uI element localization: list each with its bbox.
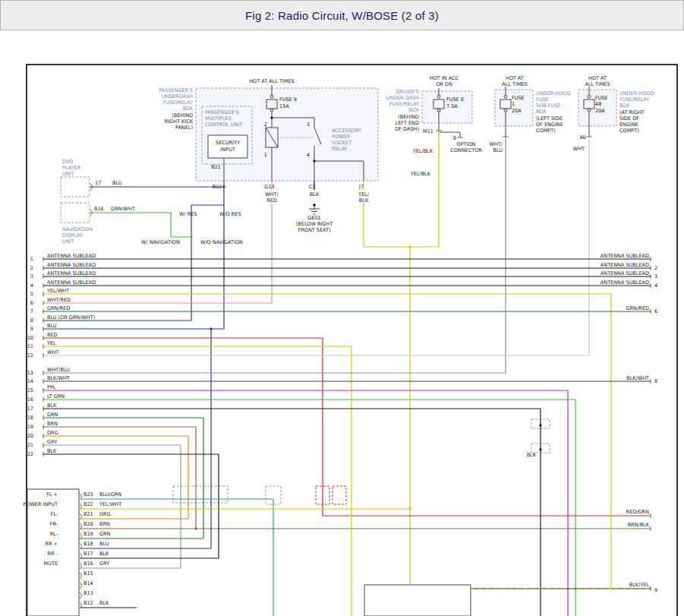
pin-b21: B21: [211, 164, 221, 170]
wire-whtred-1: WHT/: [265, 191, 279, 197]
multiplex-2: MULTIPLEX: [205, 115, 232, 122]
pass-underdash-6: RIGHT KICK: [165, 118, 194, 125]
fuse1-num: 1: [512, 101, 515, 107]
hot-at-3a: HOT AT: [588, 75, 607, 81]
row-label: WHT/BLU: [47, 367, 70, 373]
pass-underdash-4: BOX: [183, 106, 194, 112]
underhood-sub-3: SUB-FUSE: [536, 103, 560, 109]
wire-whtblu-2: BLU: [493, 147, 503, 153]
underhood-sub-6: OF ENGINE: [536, 122, 563, 128]
fuse1-amps: 20A: [512, 108, 522, 114]
conn-m11: M11: [423, 128, 433, 134]
row-label: ORG: [47, 430, 58, 436]
row-right-label: GRN/RED: [626, 305, 649, 311]
conn-j7: J7: [358, 184, 364, 190]
nav-1: NAVIGATION: [62, 226, 93, 232]
row-label: ANTENNA SUBLEAD: [47, 270, 96, 276]
wire-dvd-blu: BLU: [112, 180, 122, 186]
pass-underdash-5: (BEHIND: [172, 112, 193, 118]
junction-dot: [270, 116, 273, 118]
row-number: 11: [27, 343, 33, 349]
underhood-relay-7: COMPT): [619, 128, 639, 134]
underhood-relay-4: (AT RIGHT: [619, 109, 645, 115]
row-number: 17: [27, 406, 33, 412]
drivers-5: (BEHIND: [398, 114, 419, 120]
junction-dot: [313, 160, 315, 162]
row-label: GRY: [47, 439, 57, 445]
row-right-number: 2: [654, 265, 657, 271]
row-label: YEL: [46, 340, 56, 346]
wire-wht-label: WHT: [573, 146, 585, 152]
opt-wo-res: W/O RES: [219, 211, 241, 217]
conn-g13: G13: [264, 184, 274, 190]
underhood-relay-6: ENGINE: [619, 122, 638, 128]
bottom-component-box: [364, 585, 471, 616]
pin-id-B14: B14: [84, 580, 93, 586]
row-right-number: 4: [654, 283, 657, 289]
row-number: 18: [27, 415, 33, 421]
pass-underdash-7: PANEL): [175, 125, 193, 131]
security-input-1: SECURITY: [216, 140, 240, 146]
figure-title-bar: Fig 2: Radio Circuit, W/BOSE (2 of 3): [0, 0, 684, 30]
row-label: LT GRN: [47, 393, 65, 400]
drivers-1: DRIVER'S: [396, 89, 419, 95]
row-number: 22: [27, 451, 33, 457]
drivers-2: UNDER-DASH: [386, 95, 419, 101]
wire-blu-label: BLU: [212, 184, 222, 190]
pin-id-B13: B13: [84, 590, 93, 596]
relay-terminal-2: 2: [264, 122, 267, 128]
pin-id-B20: B20: [84, 521, 93, 527]
hot-in-acc-1: HOT IN ACC: [430, 75, 459, 81]
row-number: 7: [30, 308, 33, 314]
dvd-3: UNIT: [62, 171, 74, 177]
unit-pin-label: POWER INPUT: [23, 501, 58, 507]
fuse9-name: FUSE 9: [279, 96, 297, 103]
pin-id-B15: B15: [84, 570, 93, 577]
pin-wire-label: BRN: [99, 521, 110, 527]
unit-pin-label: RL-: [50, 531, 58, 537]
row-right-label: ANTENNA SUBLEAD: [600, 262, 649, 268]
underhood-relay-1: UNDER-HOOD: [619, 90, 654, 96]
unit-pin-label: RR -: [48, 551, 58, 557]
fuse48-name: FUSE: [595, 95, 608, 101]
fuse8-amps: 7.5A: [446, 103, 458, 109]
row-right-number: 3: [654, 273, 657, 280]
ground-g651-3: FRONT SEAT): [298, 227, 331, 233]
relay-terminal-4: 4: [307, 152, 310, 158]
row-number: 1: [30, 256, 33, 262]
wire-blk-label: BLK: [310, 191, 320, 197]
unit-pin-label: FL +: [46, 491, 58, 498]
row-number: 19: [27, 424, 33, 430]
acc-relay-4: RELAY: [332, 146, 347, 152]
nav-2: DISPLAY: [62, 232, 83, 239]
row-label: RED: [47, 332, 58, 338]
nav-3: UNIT: [62, 239, 74, 245]
hot-at-all-times-1: HOT AT ALL TIMES: [249, 78, 295, 84]
wire-yelblk-1: YEL/: [358, 191, 370, 197]
row-number: 10: [27, 335, 33, 341]
junction-dot: [539, 424, 541, 426]
row-label: ANTENNA SUBLEAD: [47, 262, 96, 268]
row-number: 2: [30, 265, 33, 271]
row-label: GRN: [47, 412, 58, 418]
wire-whtblu-1: WHT/: [490, 141, 503, 147]
fuse48-num: 48: [595, 101, 601, 107]
relay-terminal-1: 1: [264, 152, 267, 158]
pin-wire-label: GRN: [99, 531, 111, 537]
row-label: BLU: [47, 323, 57, 329]
pin-wire-label: YEL/WHT: [99, 501, 121, 507]
conn-a6: A6: [579, 134, 586, 141]
pin-wire-label: BLU/GRN: [99, 491, 121, 498]
opt-wo-nav: W/O NAVIGATION: [200, 239, 243, 245]
pin-wire-label: GRY: [99, 561, 109, 567]
option-connector-2: CONNECTOR: [450, 147, 482, 153]
pin-wire-label: BLK: [99, 600, 109, 606]
acc-relay-3: SOCKET: [332, 140, 351, 146]
row-label: WHT: [47, 349, 58, 355]
unit-pin-label: FR-: [50, 521, 58, 527]
acc-relay-1: ACCESSORY: [332, 128, 361, 134]
row-number: 14: [27, 378, 33, 384]
row-number: 13: [27, 370, 33, 376]
underhood-relay-3: BOX: [619, 103, 630, 109]
acc-relay-2: POWER: [332, 134, 351, 140]
